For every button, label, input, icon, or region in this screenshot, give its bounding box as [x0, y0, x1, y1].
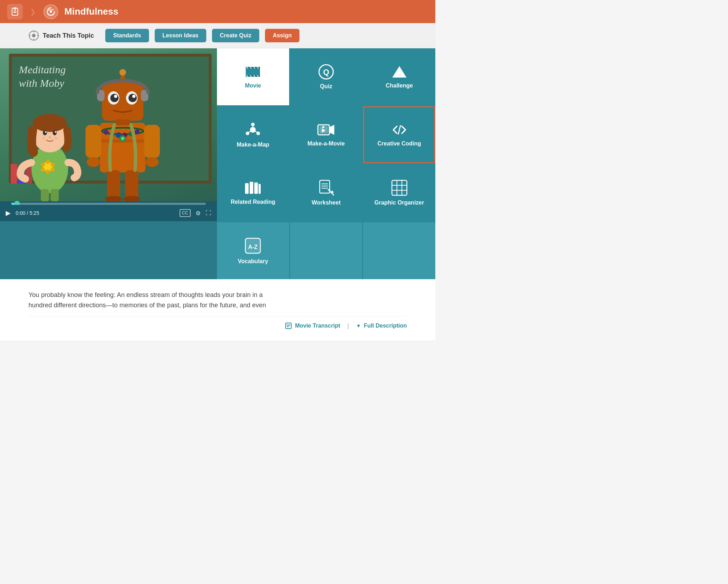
svg-point-17	[46, 170, 50, 174]
svg-rect-43	[102, 81, 143, 121]
graphic-organizer-icon	[391, 180, 408, 196]
svg-rect-79	[245, 183, 249, 194]
svg-point-23	[43, 130, 47, 135]
fullscreen-button[interactable]: ⛶	[206, 210, 211, 216]
svg-rect-59	[107, 170, 120, 199]
svg-rect-54	[115, 120, 130, 125]
svg-line-74	[249, 131, 251, 132]
standards-button[interactable]: Standards	[105, 29, 149, 42]
creative-coding-cell[interactable]: Creative Coding	[363, 106, 435, 163]
graphic-organizer-cell[interactable]: Graphic Organizer	[363, 164, 435, 221]
svg-point-7	[32, 34, 36, 37]
svg-point-46	[110, 94, 118, 102]
video-area: Meditating with Moby	[0, 48, 217, 279]
svg-point-48	[114, 95, 117, 98]
svg-point-16	[51, 168, 54, 171]
time-display: 0:00 / 5:25	[16, 210, 39, 216]
video-frame[interactable]: Meditating with Moby	[0, 48, 217, 201]
svg-point-35	[104, 130, 109, 135]
assign-button[interactable]: Assign	[265, 29, 299, 42]
cc-button[interactable]: CC	[180, 209, 191, 217]
teach-this-topic-label: Teach This Topic	[28, 30, 94, 41]
video-controls: ▶ 0:00 / 5:25 CC ⚙ ⛶	[0, 205, 217, 221]
make-a-map-icon	[245, 122, 261, 138]
links-separator: |	[347, 322, 349, 330]
bottom-links: Movie Transcript | ▼ Full Description	[28, 316, 407, 330]
topic-logo	[43, 4, 59, 20]
bottom-area: You probably know the feeling: An endles…	[0, 279, 435, 340]
breadcrumb-arrow: ❯	[30, 7, 36, 16]
svg-text:Q: Q	[323, 68, 329, 76]
worksheet-cell[interactable]: Worksheet	[290, 164, 362, 221]
create-quiz-button[interactable]: Create Quiz	[212, 29, 259, 42]
main-content: Meditating with Moby	[0, 48, 435, 279]
settings-button[interactable]: ⚙	[196, 210, 201, 217]
challenge-cell[interactable]: Challenge	[363, 48, 435, 105]
svg-point-57	[87, 157, 100, 167]
description-text: You probably know the feeling: An endles…	[28, 290, 277, 310]
svg-point-24	[53, 130, 57, 135]
svg-point-19	[41, 163, 45, 166]
clipboard-icon	[7, 4, 23, 20]
full-description-link[interactable]: ▼ Full Description	[356, 323, 407, 329]
robot-character	[75, 48, 171, 201]
page-title: Mindfulness	[64, 6, 118, 17]
header: ❯ Mindfulness	[0, 0, 435, 23]
video-player: Meditating with Moby	[0, 48, 217, 221]
dropdown-arrow: ▼	[356, 323, 361, 329]
lesson-ideas-button[interactable]: Lesson Ideas	[155, 29, 206, 42]
svg-point-42	[121, 137, 124, 140]
make-a-map-label: Make-a-Map	[237, 142, 270, 148]
make-a-movie-icon	[317, 123, 335, 137]
make-a-movie-label: Make-a-Movie	[308, 140, 345, 147]
progress-bar-area[interactable]	[0, 201, 217, 205]
worksheet-label: Worksheet	[312, 200, 341, 206]
svg-point-14	[46, 160, 50, 164]
related-reading-label: Related Reading	[231, 199, 275, 205]
make-a-movie-cell[interactable]: Make-a-Movie	[290, 106, 362, 163]
svg-rect-55	[85, 125, 101, 158]
svg-point-40	[135, 129, 140, 134]
challenge-icon	[392, 65, 407, 79]
play-button[interactable]: ▶	[6, 209, 11, 217]
transcript-icon	[285, 322, 292, 329]
svg-line-73	[255, 131, 257, 132]
quiz-cell[interactable]: Q Quiz	[290, 48, 362, 105]
challenge-label: Challenge	[386, 83, 413, 89]
empty-cell-1	[290, 222, 362, 279]
svg-point-27	[49, 137, 51, 138]
svg-point-15	[51, 163, 54, 166]
svg-point-25	[45, 131, 47, 133]
svg-rect-31	[51, 189, 59, 201]
svg-rect-80	[250, 182, 253, 194]
svg-point-68	[250, 127, 256, 133]
related-reading-icon	[244, 180, 261, 195]
toolbar: Teach This Topic Standards Lesson Ideas …	[0, 23, 435, 48]
movie-transcript-link[interactable]: Movie Transcript	[285, 322, 340, 329]
graphic-organizer-label: Graphic Organizer	[374, 200, 424, 206]
creative-coding-label: Creative Coding	[377, 140, 421, 147]
svg-point-58	[145, 157, 159, 167]
svg-point-77	[322, 126, 324, 128]
activity-grid: Movie Q Quiz Challenge	[217, 48, 435, 279]
svg-rect-81	[254, 182, 258, 194]
svg-point-47	[128, 94, 137, 102]
svg-point-29	[55, 137, 57, 139]
vocabulary-cell[interactable]: A-Z Vocabulary	[217, 222, 289, 279]
svg-point-18	[41, 168, 45, 171]
svg-rect-87	[392, 180, 407, 195]
quiz-icon: Q	[318, 64, 334, 80]
related-reading-cell[interactable]: Related Reading	[217, 164, 289, 221]
movie-label: Movie	[245, 83, 261, 89]
svg-line-78	[398, 126, 400, 134]
svg-rect-56	[144, 125, 160, 158]
svg-point-49	[132, 95, 135, 98]
movie-cell[interactable]: Movie	[217, 48, 289, 105]
svg-rect-60	[125, 170, 138, 199]
svg-point-69	[251, 123, 255, 126]
movie-icon	[245, 65, 261, 79]
make-a-map-cell[interactable]: Make-a-Map	[217, 106, 289, 163]
worksheet-icon	[318, 180, 334, 196]
svg-rect-0	[12, 8, 18, 15]
svg-point-51	[119, 69, 126, 76]
